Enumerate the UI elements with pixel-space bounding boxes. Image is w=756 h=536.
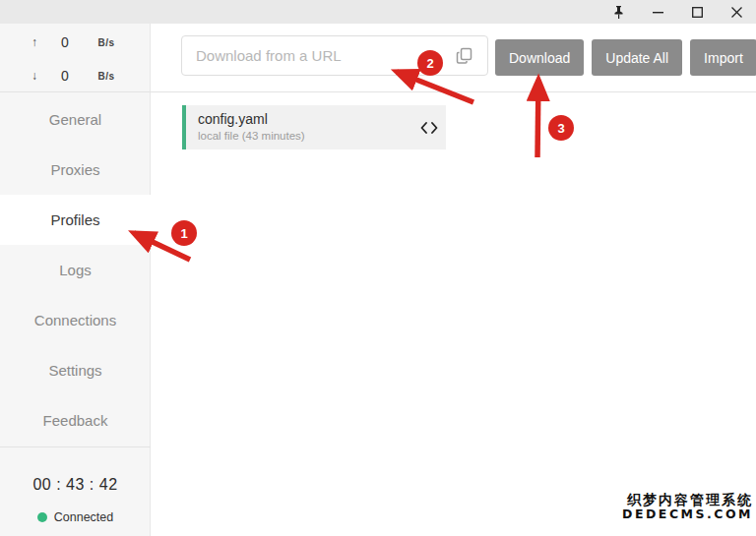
connection-status: Connected [0, 510, 151, 524]
profile-name: config.yaml [198, 111, 412, 129]
sidebar: ↑ 0 B/s ↓ 0 B/s General Proxies Profiles… [0, 24, 151, 536]
watermark-line2: DEDECMS.COM [622, 507, 753, 521]
sidebar-item-settings[interactable]: Settings [0, 345, 151, 395]
url-input[interactable] [181, 35, 488, 76]
sidebar-item-logs[interactable]: Logs [0, 245, 151, 295]
toolbar-divider [0, 91, 756, 92]
watermark-line1: 织梦内容管理系统 [622, 492, 753, 507]
close-button[interactable] [717, 0, 756, 24]
profile-meta: local file (43 minutes) [198, 129, 412, 144]
code-brackets-icon[interactable] [412, 122, 446, 134]
upload-speed-unit: B/s [87, 37, 126, 48]
paste-icon[interactable] [456, 47, 473, 65]
upload-speed: ↑ 0 B/s [26, 34, 134, 50]
connected-label: Connected [54, 510, 113, 524]
upload-speed-value: 0 [43, 34, 87, 50]
import-button[interactable]: Import [690, 39, 756, 76]
download-arrow-icon: ↓ [26, 69, 43, 83]
step-badge-1: 1 [171, 220, 197, 246]
download-button[interactable]: Download [495, 39, 584, 76]
titlebar [0, 0, 756, 24]
traffic-panel: ↑ 0 B/s ↓ 0 B/s [0, 24, 151, 91]
arrow-2-to-url-input [397, 72, 473, 102]
sidebar-item-proxies[interactable]: Proxies [0, 145, 151, 195]
uptime-timer: 00 : 43 : 42 [0, 476, 151, 494]
sidebar-item-feedback[interactable]: Feedback [0, 395, 151, 446]
watermark: 织梦内容管理系统 DEDECMS.COM [622, 492, 753, 521]
update-all-button[interactable]: Update All [592, 39, 682, 76]
sidebar-item-profiles[interactable]: Profiles [0, 195, 151, 245]
upload-arrow-icon: ↑ [26, 35, 43, 49]
profile-card-text: config.yaml local file (43 minutes) [186, 111, 412, 143]
connected-dot-icon [37, 512, 47, 522]
maximize-button[interactable] [677, 0, 717, 24]
sidebar-item-general[interactable]: General [0, 94, 151, 145]
sidebar-item-connections[interactable]: Connections [0, 295, 151, 345]
toolbar-buttons: Download Update All Import [495, 39, 756, 76]
sidebar-divider [0, 447, 151, 447]
download-speed-value: 0 [43, 68, 87, 84]
profile-card-config[interactable]: config.yaml local file (43 minutes) [182, 105, 446, 149]
step-badge-3: 3 [548, 115, 574, 141]
pin-icon[interactable] [598, 0, 638, 24]
download-speed: ↓ 0 B/s [26, 68, 134, 84]
download-speed-unit: B/s [87, 71, 126, 82]
minimize-button[interactable] [638, 0, 677, 24]
sidebar-nav: General Proxies Profiles Logs Connection… [0, 94, 151, 446]
